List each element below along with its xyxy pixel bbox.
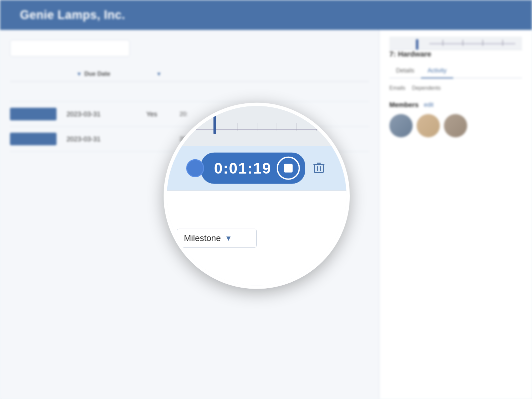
trash-icon bbox=[313, 162, 325, 175]
ruler-tick bbox=[277, 123, 277, 131]
mag-ruler bbox=[167, 106, 346, 146]
table-header: ▼ Due Date ▼ bbox=[10, 66, 369, 82]
details-panel: 7: Hardware Details Activity Emails Depe… bbox=[379, 30, 532, 399]
tab-activity[interactable]: Activity bbox=[421, 64, 453, 78]
timer-display: 0:01:19 bbox=[207, 159, 272, 177]
ruler-tick bbox=[443, 40, 443, 46]
row-date-3: 2023-03-31 bbox=[66, 135, 140, 143]
row-indicator-3 bbox=[10, 133, 57, 145]
app-header: Genie Lamps, Inc. bbox=[0, 0, 532, 30]
ruler-tick bbox=[463, 40, 463, 46]
timer-start-circle bbox=[186, 159, 204, 177]
delete-timer-button[interactable] bbox=[311, 160, 327, 177]
avatars-row bbox=[389, 114, 522, 137]
timer-bar: 0:01:19 bbox=[201, 153, 306, 184]
app-title: Genie Lamps, Inc. bbox=[20, 8, 125, 22]
avatar-3 bbox=[444, 114, 467, 137]
members-edit-link[interactable]: edit bbox=[424, 101, 434, 108]
row-date-2: 2023-03-31 bbox=[66, 110, 140, 118]
stop-icon bbox=[284, 164, 293, 173]
ruler-area bbox=[389, 37, 522, 50]
ruler-tick bbox=[297, 123, 297, 131]
milestone-filter-icon: ▼ bbox=[225, 234, 232, 242]
search-bar[interactable] bbox=[10, 40, 130, 57]
milestone-dropdown[interactable]: Milestone ▼ bbox=[177, 229, 257, 248]
magnify-inner: 0:01:19 bbox=[167, 106, 346, 286]
subtab-emails[interactable]: Emails bbox=[389, 85, 405, 91]
stop-button[interactable] bbox=[277, 157, 300, 180]
magnify-overlay: 0:01:19 bbox=[164, 103, 350, 289]
ruler-tick bbox=[502, 40, 503, 46]
mag-bottom: Milestone ▼ bbox=[167, 191, 346, 286]
ruler-marker bbox=[416, 39, 418, 50]
members-section: Members edit bbox=[389, 101, 522, 137]
col-filter-icon[interactable]: ▼ bbox=[156, 71, 162, 77]
panel-title: 7: Hardware bbox=[389, 50, 522, 59]
row-indicator-2 bbox=[10, 108, 57, 120]
ruler-tick bbox=[317, 123, 317, 131]
table-row bbox=[10, 82, 369, 102]
col-due-date: ▼ Due Date bbox=[76, 70, 150, 77]
mag-ruler-marker bbox=[213, 116, 216, 134]
subtab-dependents[interactable]: Dependents bbox=[412, 85, 441, 91]
filter-icon[interactable]: ▼ bbox=[76, 71, 82, 77]
ruler-tick bbox=[257, 123, 257, 131]
members-title: Members bbox=[389, 101, 419, 109]
milestone-label: Milestone bbox=[184, 233, 221, 243]
mag-timer-area: 0:01:19 bbox=[167, 146, 346, 191]
tab-details[interactable]: Details bbox=[389, 64, 421, 78]
panel-tabs: Details Activity bbox=[389, 64, 522, 78]
avatar-1 bbox=[389, 114, 413, 137]
ruler-tick bbox=[237, 123, 237, 131]
svg-rect-0 bbox=[315, 165, 324, 173]
members-header: Members edit bbox=[389, 101, 522, 109]
ruler-tick bbox=[482, 40, 483, 46]
sub-tabs: Emails Dependents bbox=[389, 85, 522, 91]
avatar-2 bbox=[417, 114, 440, 137]
